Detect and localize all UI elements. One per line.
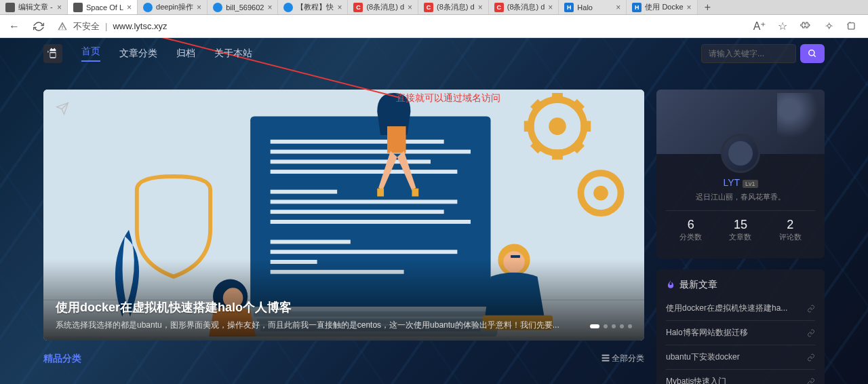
svg-rect-22 — [271, 150, 471, 154]
svg-rect-29 — [271, 239, 351, 244]
post-item[interactable]: 使用docker在虚拟机快速搭建ha... — [666, 296, 815, 320]
svg-line-14 — [534, 143, 541, 150]
tab-favicon: C — [353, 3, 363, 12]
post-item[interactable]: Mybatis快速入门 — [666, 369, 815, 384]
svg-line-13 — [574, 143, 581, 150]
nav-categories[interactable]: 文章分类 — [119, 47, 157, 60]
featured-label: 精品分类 — [43, 353, 81, 365]
tab-title: (8条消息) d — [366, 2, 404, 12]
nav-home[interactable]: 首页 — [81, 45, 100, 62]
nav-archive[interactable]: 归档 — [176, 47, 195, 60]
tab-favicon — [5, 3, 15, 12]
all-categories-link[interactable]: ☰ 全部分类 — [601, 353, 644, 365]
stat-label: 分类数 — [679, 232, 702, 242]
tab-close-icon[interactable]: × — [337, 3, 342, 12]
avatar[interactable] — [721, 134, 760, 173]
tab-close-icon[interactable]: × — [127, 3, 132, 12]
browser-tab[interactable]: bill_569602× — [208, 0, 278, 14]
site-logo[interactable] — [43, 44, 62, 63]
svg-rect-25 — [271, 190, 337, 194]
tab-favicon: C — [494, 3, 504, 12]
svg-point-17 — [597, 189, 605, 197]
extensions-icon[interactable] — [799, 20, 812, 33]
tab-title: Halo — [577, 3, 612, 12]
svg-rect-27 — [271, 210, 444, 214]
carousel-dots[interactable] — [590, 324, 632, 328]
browser-tab[interactable]: deepin操作× — [138, 0, 208, 14]
search-icon — [808, 49, 817, 58]
hero-banner[interactable]: 直接就可以通过域名访问 — [43, 90, 644, 341]
stat-number: 6 — [679, 218, 702, 232]
search-button[interactable] — [800, 44, 825, 63]
tab-close-icon[interactable]: × — [57, 3, 62, 12]
browser-tabs-bar: 编辑文章 -×Space Of L×deepin操作×bill_569602×【… — [0, 0, 868, 15]
post-item[interactable]: ubantu下安装docker — [666, 345, 815, 369]
post-title: Mybatis快速入门 — [666, 376, 726, 384]
banner-text: 使用docker在虚拟机快速搭建halo个人博客 系统选择我选择的都是ubant… — [56, 299, 604, 331]
svg-line-15 — [574, 103, 581, 110]
username[interactable]: LYTLv1 — [666, 177, 815, 188]
tab-title: Space Of L — [86, 3, 123, 12]
browser-tab[interactable]: 【教程】快× — [278, 0, 348, 14]
stat-item: 2评论数 — [779, 218, 802, 242]
tab-close-icon[interactable]: × — [478, 3, 483, 12]
address-bar: ← 不安全 | www.lytsc.xyz A⁺ ☆ ✧ — [0, 15, 868, 38]
browser-tab[interactable]: H使用 Docke× — [627, 0, 697, 14]
favorites-menu-icon[interactable]: ✧ — [822, 20, 835, 33]
tab-title: (8条消息) d — [437, 2, 475, 12]
svg-rect-37 — [377, 189, 384, 197]
tab-title: 编辑文章 - — [18, 2, 54, 12]
collections-icon[interactable] — [845, 20, 859, 33]
browser-tab[interactable]: 编辑文章 -× — [0, 0, 68, 14]
bio: 迟日江山丽，春风花草香。 — [666, 192, 815, 202]
tab-close-icon[interactable]: × — [687, 3, 692, 12]
refresh-button[interactable] — [30, 18, 47, 35]
link-icon — [807, 305, 815, 313]
tab-close-icon[interactable]: × — [197, 3, 201, 12]
svg-rect-30 — [271, 250, 458, 254]
tab-close-icon[interactable]: × — [616, 3, 620, 12]
post-title: Halo博客网站数据迁移 — [666, 327, 748, 339]
svg-line-12 — [534, 103, 541, 110]
tab-title: 【教程】快 — [296, 2, 334, 12]
profile-card: LYTLv1 迟日江山丽，春风花草香。 6分类数15文章数2评论数 — [656, 90, 825, 258]
link-icon — [807, 378, 815, 385]
post-title: ubantu下安装docker — [666, 351, 740, 363]
svg-rect-36 — [387, 126, 406, 153]
tab-favicon — [213, 3, 222, 12]
tab-favicon — [73, 3, 83, 12]
svg-line-3 — [814, 55, 816, 57]
svg-rect-38 — [412, 189, 418, 197]
tab-close-icon[interactable]: × — [267, 3, 272, 12]
tab-favicon: C — [424, 3, 433, 12]
tab-title: bill_569602 — [226, 3, 264, 12]
svg-rect-24 — [271, 170, 458, 174]
card-title: 最新文章 — [666, 279, 815, 291]
annotation-text: 直接就可以通过域名访问 — [396, 92, 500, 104]
new-tab-button[interactable]: + — [698, 0, 717, 14]
nav-about[interactable]: 关于本站 — [214, 47, 252, 60]
browser-tab[interactable]: C(8条消息) d× — [489, 0, 559, 14]
tab-close-icon[interactable]: × — [548, 3, 553, 12]
back-button[interactable]: ← — [5, 18, 23, 35]
tab-favicon: H — [564, 3, 574, 12]
link-icon — [807, 353, 815, 362]
browser-tab[interactable]: C(8条消息) d× — [348, 0, 418, 14]
url-bar[interactable]: 不安全 | www.lytsc.xyz — [54, 20, 746, 33]
search-input[interactable] — [701, 44, 796, 63]
svg-rect-28 — [271, 220, 471, 224]
browser-tab[interactable]: C(8条消息) d× — [418, 0, 489, 14]
stat-number: 15 — [729, 218, 751, 232]
post-item[interactable]: Halo博客网站数据迁移 — [666, 320, 815, 345]
search-wrap — [701, 44, 825, 63]
stat-item: 15文章数 — [729, 218, 751, 242]
browser-tab[interactable]: HHalo× — [559, 0, 627, 14]
send-icon — [56, 102, 69, 119]
reader-icon[interactable]: A⁺ — [753, 20, 766, 33]
stat-number: 2 — [779, 218, 802, 232]
browser-tab[interactable]: Space Of L× — [68, 0, 138, 14]
svg-rect-43 — [511, 255, 520, 258]
svg-rect-0 — [848, 22, 854, 28]
favorite-icon[interactable]: ☆ — [776, 20, 789, 33]
tab-close-icon[interactable]: × — [408, 3, 412, 12]
